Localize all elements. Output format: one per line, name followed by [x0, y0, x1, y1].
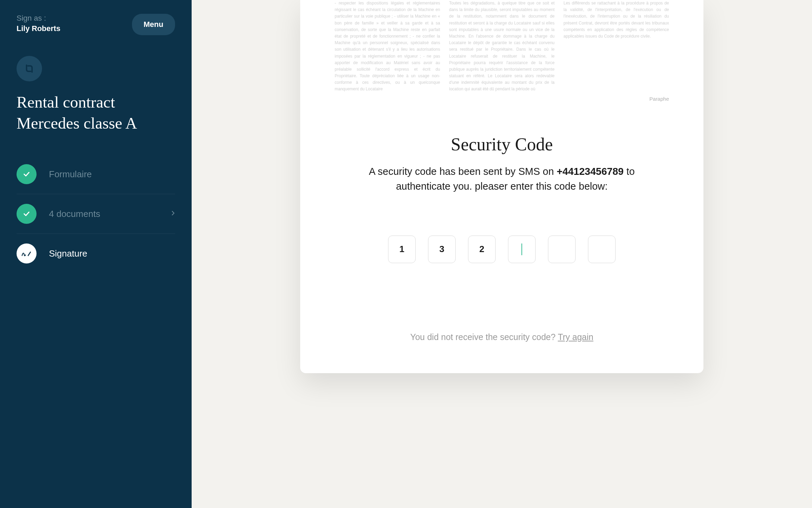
logo [17, 56, 42, 81]
sidebar: Sign as : Lily Roberts Menu Rental contr… [0, 0, 192, 508]
contract-col-2: Toutes les dégradations, à quelque titre… [449, 0, 555, 93]
code-digit-4[interactable] [508, 236, 536, 263]
security-title: Security Code [300, 134, 703, 155]
code-input-group: 1 3 2 [300, 236, 703, 263]
code-digit-5[interactable] [548, 236, 576, 263]
code-digit-2[interactable]: 3 [428, 236, 456, 263]
security-phone: +44123456789 [557, 166, 623, 177]
contract-title: Rental contract Mercedes classe A [17, 92, 175, 134]
document-card: - respecter les dispositions légales et … [300, 0, 703, 373]
contract-preview: - respecter les dispositions légales et … [300, 0, 703, 100]
chevron-right-icon [171, 210, 175, 218]
security-desc-prefix: A security code has been sent by SMS on [369, 166, 557, 177]
menu-button[interactable]: Menu [132, 14, 175, 35]
try-again-link[interactable]: Try again [558, 332, 593, 342]
step-signature[interactable]: Signature [17, 234, 175, 273]
signature-icon [17, 243, 37, 263]
code-digit-3[interactable]: 2 [468, 236, 496, 263]
not-received-text: You did not receive the security code? [410, 332, 558, 342]
sidebar-header: Sign as : Lily Roberts Menu [17, 14, 175, 35]
step-documents[interactable]: 4 documents [17, 194, 175, 234]
security-code-section: Security Code A security code has been s… [300, 100, 703, 342]
checkmark-icon [17, 164, 37, 184]
contract-title-line1: Rental contract [17, 93, 115, 111]
checkmark-icon [17, 204, 37, 224]
not-received-row: You did not receive the security code? T… [300, 332, 703, 342]
steps-list: Formulaire 4 documents Signature [17, 155, 175, 273]
contract-col-1: - respecter les dispositions légales et … [335, 0, 440, 93]
paraphe-label: Paraphe [649, 95, 669, 103]
step-label: Formulaire [49, 169, 175, 180]
code-digit-6[interactable] [588, 236, 616, 263]
sign-as-label: Sign as : [17, 14, 60, 23]
sign-as-block: Sign as : Lily Roberts [17, 14, 60, 33]
user-name: Lily Roberts [17, 24, 60, 33]
contract-col-3: Les différends se rattachant à la procéd… [564, 0, 669, 93]
security-description: A security code has been sent by SMS on … [367, 164, 636, 194]
logo-icon [23, 62, 35, 75]
step-label: Signature [49, 248, 175, 259]
step-formulaire[interactable]: Formulaire [17, 155, 175, 194]
step-label: 4 documents [49, 209, 171, 219]
code-digit-1[interactable]: 1 [388, 236, 416, 263]
contract-title-line2: Mercedes classe A [17, 114, 137, 132]
main-content: - respecter les dispositions légales et … [192, 0, 812, 508]
